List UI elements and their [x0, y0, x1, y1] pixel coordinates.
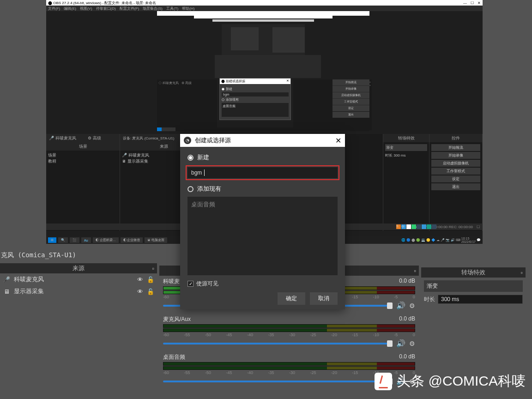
studio-mode-button[interactable]: 工作室模式	[431, 168, 480, 175]
dock-icon[interactable]: ▫	[520, 269, 523, 276]
cancel-button[interactable]: 取消	[310, 292, 338, 305]
source-row-mic[interactable]: 🎤 科唛麦克风 👁 🔓	[0, 273, 157, 285]
create-source-dialog: ◔ 创建或选择源 ✕ 新建 bgm 添加现有 桌面音频 ✓ 使源可见 确定 取消	[180, 134, 345, 309]
lock-icon[interactable]: 🔓	[147, 276, 154, 283]
volume-slider[interactable]	[163, 381, 393, 382]
source-name-input[interactable]: bgm	[187, 167, 338, 178]
speaker-icon[interactable]: 🔊	[396, 301, 405, 310]
window-title: OBS 27.2.4 (64-bit, windows) - 配置文件: 未命名…	[53, 1, 156, 5]
menu-profile[interactable]: 配置文件(P)	[120, 6, 139, 11]
transitions-header-mini: 转场特效	[383, 134, 429, 142]
toutiao-icon	[375, 373, 392, 390]
radio-dot-icon[interactable]	[187, 155, 193, 161]
radio-existing[interactable]: 添加现有	[187, 185, 338, 193]
existing-item[interactable]: 桌面音频	[191, 200, 334, 209]
menu-tools[interactable]: 工具(T)	[166, 6, 178, 11]
dock-icon[interactable]: ▫	[152, 265, 154, 272]
device-label: 克风 (Comica_STA-U1)	[0, 249, 157, 261]
transitions-header: 转场特效▫	[421, 267, 526, 278]
vu-meter	[163, 328, 415, 332]
duration-label: 时长	[424, 296, 435, 303]
menu-file[interactable]: 文件(F)	[48, 6, 60, 11]
existing-sources-list[interactable]: 桌面音频	[187, 197, 338, 275]
menu-scenes[interactable]: 场景集合(S)	[143, 6, 163, 11]
volume-slider[interactable]	[163, 343, 393, 345]
settings-button[interactable]: 设定	[431, 175, 480, 182]
start-recording-button[interactable]: 开始录像	[431, 152, 480, 159]
sources-panel: 克风 (Comica_STA-U1) 来源 ▫ 🎤 科唛麦克风 👁 🔓 🖥 显示…	[0, 249, 157, 297]
exit-button[interactable]: 退出	[431, 183, 480, 190]
scenes-header: 场景	[46, 142, 120, 151]
menu-edit[interactable]: 编辑(E)	[64, 6, 76, 11]
gear-icon[interactable]: ⚙	[409, 340, 415, 347]
menu-help[interactable]: 帮助(H)	[182, 6, 194, 11]
channel-name: 桌面音频	[163, 353, 185, 361]
close-icon[interactable]: ✕	[335, 136, 341, 145]
radio-new[interactable]: 新建	[187, 153, 338, 162]
display-icon: 🖥	[3, 288, 10, 295]
controls-header: 控件	[429, 134, 482, 142]
transitions-panel: 转场特效▫ 渐变 时长 300 ms	[421, 266, 526, 307]
nested-dialog: ⬤ 创建或选择源✕ 新建 bgm 添加现有 桌面音频	[219, 78, 291, 120]
transition-select[interactable]: 渐变	[424, 280, 523, 292]
ok-button[interactable]: 确定	[278, 292, 305, 305]
virtual-cam-button[interactable]: 启动虚拟摄像机	[431, 160, 480, 167]
speaker-icon[interactable]: 🔊	[396, 339, 405, 348]
visibility-checkbox-row[interactable]: ✓ 使源可见	[187, 280, 338, 288]
dock-icon[interactable]: ▫	[414, 267, 416, 274]
checkbox-label: 使源可见	[196, 280, 218, 288]
source-row-display[interactable]: 🖥 显示器采集 👁 🔓	[0, 285, 157, 297]
radio-new-label: 新建	[197, 153, 209, 162]
channel-db: 0.0 dB	[399, 353, 415, 361]
checkbox-icon[interactable]: ✓	[187, 281, 193, 287]
input-highlight: bgm	[186, 165, 339, 180]
watermark: 头条 @COMICA科唛	[375, 372, 526, 391]
tray-icons-preview: S中.	[396, 224, 436, 230]
dialog-titlebar[interactable]: ◔ 创建或选择源 ✕	[180, 134, 345, 147]
eye-icon[interactable]: 👁	[137, 288, 143, 295]
scene-item[interactable]: 教程	[48, 158, 118, 164]
source-label: 显示器采集	[14, 287, 44, 296]
scene-item[interactable]: 场景	[48, 152, 118, 158]
mic-icon: 🎤	[3, 276, 10, 283]
menu-view[interactable]: 视图(V)	[80, 6, 92, 11]
start-streaming-button[interactable]: 开始推流	[431, 144, 480, 151]
radio-dot-icon[interactable]	[187, 186, 193, 192]
dialog-title: 创建或选择源	[195, 136, 231, 145]
channel-name: 麦克风/Aux	[163, 315, 191, 323]
obs-logo-icon: ◔	[184, 137, 191, 144]
db-ticks: -60-55-50-45-40-35-30-25-20-15-10-50	[163, 332, 415, 337]
source-label: 科唛麦克风	[14, 275, 44, 284]
vu-meter	[163, 362, 415, 366]
window-titlebar: ⬤ OBS 27.2.4 (64-bit, windows) - 配置文件: 未…	[46, 0, 483, 6]
eye-icon[interactable]: 👁	[137, 276, 143, 283]
channel-db: 0.0 dB	[399, 315, 415, 323]
gear-icon[interactable]: ⚙	[409, 302, 415, 309]
duration-input[interactable]: 300 ms	[438, 295, 523, 304]
channel-mic-aux: 麦克风/Aux0.0 dB -60-55-50-45-40-35-30-25-2…	[163, 315, 415, 348]
window-controls: —☐✕	[459, 1, 481, 5]
vu-meter	[163, 366, 415, 370]
nested-preview-collage: ◇ 科唛麦克风 ⚙ 高级 ━━━━━━━━ 开始推流 开始录像 启动虚拟摄像机 …	[157, 11, 369, 131]
lock-icon[interactable]: 🔓	[147, 288, 154, 295]
menubar[interactable]: 文件(F) 编辑(E) 视图(V) 停靠窗口(D) 配置文件(P) 场景集合(S…	[46, 6, 483, 11]
channel-db: 0.0 dB	[399, 278, 415, 285]
menu-dock[interactable]: 停靠窗口(D)	[96, 6, 116, 11]
sources-panel-header: 来源 ▫	[0, 263, 157, 273]
radio-existing-label: 添加现有	[197, 185, 221, 193]
vu-meter	[163, 324, 415, 328]
watermark-text: 头条 @COMICA科唛	[397, 372, 526, 391]
